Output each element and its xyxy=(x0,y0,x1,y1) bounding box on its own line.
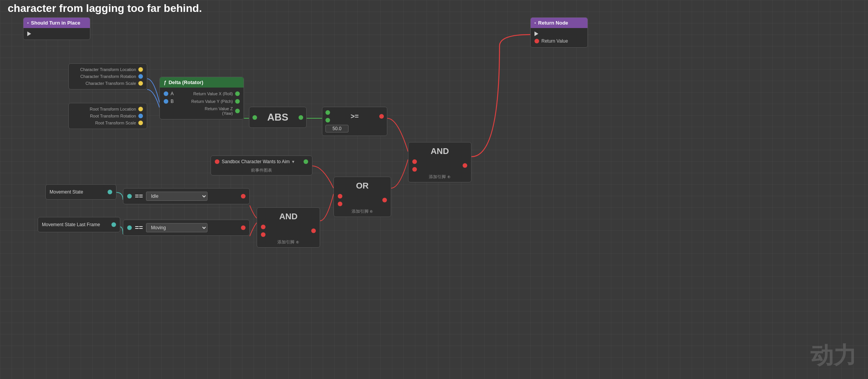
char-scale-pin xyxy=(138,81,143,86)
node-title-delta: Delta (Rotator) xyxy=(169,79,203,85)
and-top-in1 xyxy=(412,159,417,164)
delta-yaw-pin xyxy=(235,109,240,113)
movement-state-pin xyxy=(108,190,112,194)
sandbox-red-pin xyxy=(215,159,219,164)
char-loc-label: Character Transform Location xyxy=(73,67,136,72)
or-in2 xyxy=(338,202,342,206)
node-header-delta: ƒ Delta (Rotator) xyxy=(160,77,244,88)
idle-eq-symbol: == xyxy=(135,192,143,200)
moving-left-pin xyxy=(127,225,132,230)
node-moving-comparison: == Moving Idle xyxy=(123,220,250,236)
node-abs: ABS xyxy=(249,107,307,128)
node-root-transform: Root Transform Location Root Transform R… xyxy=(68,103,147,129)
or-out xyxy=(382,198,387,202)
purple-icon: ▪ xyxy=(27,21,29,25)
char-loc-row: Character Transform Location xyxy=(69,66,147,73)
char-rot-pin xyxy=(138,74,143,79)
sandbox-sublabel: 前事件图表 xyxy=(211,167,312,175)
gte-value-input[interactable] xyxy=(325,125,349,132)
node-and-bottom: AND 添加引脚 ⊕ xyxy=(257,207,320,248)
func-icon: ƒ xyxy=(164,80,166,85)
and-top-sublabel: 添加引脚 ⊕ xyxy=(408,174,471,182)
moving-eq-symbol: == xyxy=(135,224,143,232)
char-loc-pin xyxy=(138,67,143,72)
gte-bot-input xyxy=(325,118,330,122)
node-movement-last-frame: Movement State Last Frame xyxy=(38,217,120,232)
delta-pitch-pin xyxy=(235,99,240,104)
and-top-label: AND xyxy=(408,142,471,157)
and-bot-sublabel: 添加引脚 ⊕ xyxy=(257,239,320,247)
or-sublabel: 添加引脚 ⊕ xyxy=(334,209,391,217)
gte-top-input xyxy=(325,110,330,115)
purple-icon-return: ▪ xyxy=(534,21,536,25)
gte-output xyxy=(379,114,384,119)
node-body-return: Return Value xyxy=(531,28,588,47)
exec-pin-return xyxy=(534,31,538,36)
delta-b-pin xyxy=(164,99,168,104)
char-rot-label: Character Transform Rotation xyxy=(73,74,136,79)
char-scale-label: Character Transform Scale xyxy=(73,81,136,86)
node-greater-than-equal: >= xyxy=(322,107,387,136)
delta-pitch-label: Return Value Y (Pitch) xyxy=(176,99,233,104)
delta-a-pin xyxy=(164,91,168,96)
root-scale-label: Root Transform Scale xyxy=(73,121,136,125)
delta-roll-label: Return Value X (Roll) xyxy=(176,91,233,96)
node-body-should-turn xyxy=(23,28,90,40)
movement-last-pin xyxy=(111,222,116,227)
node-and-top: AND 添加引脚 ⊕ xyxy=(408,142,471,182)
delta-yaw-row: Return Value Z (Yaw) xyxy=(160,105,244,117)
delta-roll-pin xyxy=(235,91,240,96)
or-label: OR xyxy=(334,177,391,192)
idle-left-pin xyxy=(127,194,132,199)
exec-pin-should-turn xyxy=(27,31,31,36)
root-rot-row: Root Transform Rotation xyxy=(69,113,147,119)
root-loc-row: Root Transform Location xyxy=(69,106,147,113)
moving-dropdown[interactable]: Moving Idle xyxy=(146,223,207,232)
node-body-gte: >= xyxy=(322,107,387,136)
node-title-should-turn: Should Turn in Place xyxy=(31,20,80,26)
node-should-turn-in-place: ▪ Should Turn in Place xyxy=(23,17,90,40)
abs-output-pin xyxy=(299,115,303,120)
delta-a-row: A Return Value X (Roll) xyxy=(160,90,244,98)
exec-row-should-turn xyxy=(23,30,90,37)
node-idle-comparison: == Idle Moving xyxy=(123,188,250,204)
root-loc-pin xyxy=(138,107,143,111)
idle-out-pin xyxy=(241,194,246,199)
node-body-transform: Character Transform Location Character T… xyxy=(69,64,147,89)
moving-out-pin xyxy=(241,225,246,230)
and-bot-in1 xyxy=(261,225,266,229)
and-top-out xyxy=(463,163,467,168)
sandbox-label: Sandbox Character Wants to Aim xyxy=(222,159,290,164)
node-return: ▪ Return Node Return Value xyxy=(530,17,588,48)
delta-b-row: B Return Value Y (Pitch) xyxy=(160,98,244,105)
banner-text: character from lagging too far behind. xyxy=(0,0,868,17)
or-in1 xyxy=(338,194,342,199)
exec-row-return xyxy=(531,30,588,37)
node-body-root-transform: Root Transform Location Root Transform R… xyxy=(69,103,147,129)
abs-label: ABS xyxy=(267,111,289,123)
node-character-transform: Character Transform Location Character T… xyxy=(68,63,147,89)
sandbox-out-pin xyxy=(304,159,308,164)
char-scale-row: Character Transform Scale xyxy=(69,80,147,87)
and-top-in2 xyxy=(412,167,417,172)
movement-last-label: Movement State Last Frame xyxy=(42,222,100,227)
watermark: 动力 xyxy=(810,340,856,371)
node-body-delta: A Return Value X (Roll) B Return Value Y… xyxy=(160,88,244,119)
and-bot-in2 xyxy=(261,232,266,237)
gte-symbol: >= xyxy=(350,113,358,121)
return-value-pin xyxy=(534,39,539,43)
idle-dropdown[interactable]: Idle Moving xyxy=(146,192,207,201)
node-header-should-turn: ▪ Should Turn in Place xyxy=(23,18,90,28)
delta-b-label: B xyxy=(171,99,174,104)
return-value-label: Return Value xyxy=(541,38,568,44)
return-value-row: Return Value xyxy=(531,37,588,45)
root-loc-label: Root Transform Location xyxy=(73,107,136,111)
root-rot-pin xyxy=(138,114,143,118)
and-bot-label: AND xyxy=(257,208,320,222)
abs-input-pin xyxy=(252,115,257,120)
char-rot-row: Character Transform Rotation xyxy=(69,73,147,80)
node-or: OR 添加引脚 ⊕ xyxy=(334,177,391,217)
sandbox-arrow: ▾ xyxy=(292,159,294,164)
root-rot-label: Root Transform Rotation xyxy=(73,114,136,118)
node-sandbox: Sandbox Character Wants to Aim ▾ 前事件图表 xyxy=(211,156,312,175)
